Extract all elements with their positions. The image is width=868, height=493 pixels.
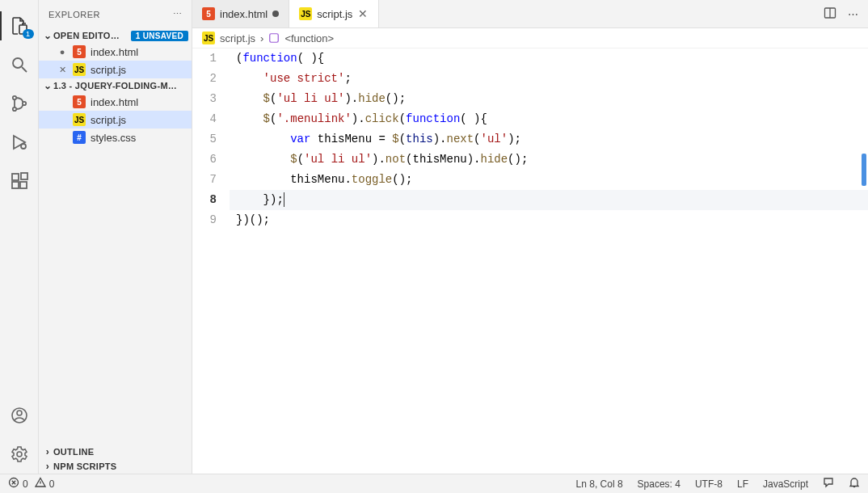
tab-label: script.js	[317, 8, 352, 20]
activity-run[interactable]	[0, 123, 39, 162]
svg-point-1	[13, 58, 23, 68]
file-label: script.js	[91, 64, 126, 76]
css-icon: #	[73, 131, 86, 144]
file-item[interactable]: # styles.css	[39, 129, 192, 146]
js-icon: JS	[202, 32, 215, 44]
minimap-viewport[interactable]	[862, 154, 866, 186]
status-encoding[interactable]: UTF-8	[695, 478, 723, 490]
activity-search[interactable]	[0, 45, 39, 84]
close-icon[interactable]: ✕	[357, 7, 369, 20]
svg-point-2	[12, 96, 15, 99]
breadcrumb-file[interactable]: script.js	[220, 32, 255, 44]
editor-tab[interactable]: JS script.js✕	[289, 0, 379, 27]
js-icon: JS	[73, 63, 86, 76]
svg-point-3	[12, 107, 15, 111]
svg-rect-6	[12, 174, 19, 180]
activity-extensions[interactable]	[0, 162, 39, 200]
activity-explorer[interactable]: 1	[0, 6, 39, 45]
file-label: script.js	[91, 114, 126, 126]
file-label: index.html	[91, 96, 138, 108]
status-eol[interactable]: LF	[737, 478, 748, 490]
file-label: index.html	[91, 46, 138, 58]
activity-bar: 1	[0, 0, 39, 474]
status-language[interactable]: JavaScript	[763, 478, 808, 490]
file-label: styles.css	[91, 132, 136, 144]
activity-settings[interactable]	[0, 435, 39, 474]
breadcrumb[interactable]: JS script.js › <function>	[192, 28, 868, 48]
file-item[interactable]: 5 index.html	[39, 93, 192, 111]
sidebar-more-icon[interactable]: ⋯	[173, 9, 183, 19]
folder-header[interactable]: ⌄ 1.3 - JQUERY-FOLDING-M…	[39, 78, 192, 93]
tab-bar: 5 index.htmlJS script.js✕ ⋯	[192, 0, 868, 28]
open-editors-header[interactable]: ⌄ OPEN EDITO… 1 UNSAVED	[39, 28, 192, 43]
file-item[interactable]: JS script.js	[39, 111, 192, 129]
status-bar: 0 0 Ln 8, Col 8 Spaces: 4 UTF-8 LF JavaS…	[0, 474, 868, 493]
close-icon[interactable]: ✕	[57, 65, 68, 75]
open-editor-item[interactable]: ✕ JS script.js	[39, 61, 192, 78]
breadcrumb-symbol[interactable]: <function>	[284, 32, 334, 44]
dirty-indicator-icon	[272, 11, 279, 17]
status-spaces[interactable]: Spaces: 4	[638, 478, 680, 490]
editor-tab[interactable]: 5 index.html	[192, 0, 289, 27]
js-icon: JS	[73, 113, 86, 126]
svg-point-5	[21, 144, 26, 149]
notifications-icon[interactable]	[849, 477, 860, 491]
chevron-right-icon: ›	[42, 461, 53, 472]
unsaved-badge: 1 UNSAVED	[131, 31, 188, 41]
status-errors[interactable]: 0	[23, 478, 28, 490]
outline-header[interactable]: › OUTLINE	[39, 445, 192, 459]
dirty-indicator-icon[interactable]: ●	[57, 47, 68, 57]
svg-point-11	[17, 411, 22, 415]
chevron-down-icon: ⌄	[42, 30, 53, 41]
activity-source-control[interactable]	[0, 84, 39, 123]
explorer-badge: 1	[23, 29, 34, 39]
chevron-right-icon: ›	[260, 32, 263, 44]
npm-scripts-header[interactable]: › NPM SCRIPTS	[39, 459, 192, 474]
code-editor[interactable]: 123456789 (function( ){ 'use strict'; $(…	[192, 48, 868, 474]
svg-rect-8	[20, 182, 27, 188]
feedback-icon[interactable]	[823, 477, 834, 491]
svg-point-4	[22, 102, 25, 105]
warnings-icon[interactable]	[35, 477, 46, 491]
svg-rect-7	[12, 182, 19, 188]
html-icon: 5	[73, 95, 86, 108]
html-icon: 5	[202, 7, 215, 20]
activity-account[interactable]	[0, 396, 39, 435]
tab-label: index.html	[220, 8, 268, 20]
js-icon: JS	[299, 7, 312, 20]
chevron-right-icon: ›	[42, 446, 53, 457]
html-icon: 5	[73, 45, 86, 58]
status-position[interactable]: Ln 8, Col 8	[576, 478, 623, 490]
chevron-down-icon: ⌄	[42, 80, 53, 91]
status-warnings[interactable]: 0	[49, 478, 55, 490]
svg-rect-14	[270, 34, 279, 43]
split-editor-icon[interactable]	[824, 6, 836, 22]
symbol-function-icon	[268, 32, 280, 44]
open-editor-item[interactable]: ● 5 index.html	[39, 43, 192, 61]
sidebar-header: EXPLORER ⋯	[39, 0, 192, 28]
explorer-sidebar: EXPLORER ⋯ ⌄ OPEN EDITO… 1 UNSAVED ● 5 i…	[39, 0, 192, 474]
svg-point-12	[17, 452, 22, 457]
sidebar-title: EXPLORER	[48, 10, 173, 19]
editor-area: 5 index.htmlJS script.js✕ ⋯ JS script.js…	[192, 0, 868, 474]
svg-rect-9	[21, 173, 27, 179]
errors-icon[interactable]	[8, 477, 19, 491]
more-actions-icon[interactable]: ⋯	[848, 8, 858, 20]
